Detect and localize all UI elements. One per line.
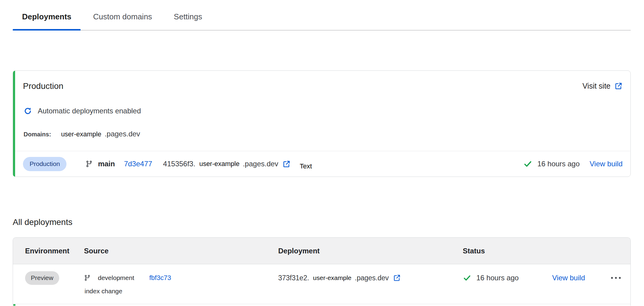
tab-bar: Deployments Custom domains Settings <box>13 11 631 31</box>
commit-message: index change <box>85 288 278 295</box>
column-source: Source <box>84 247 278 255</box>
environment-badge: Production <box>23 157 66 171</box>
row-menu-button[interactable] <box>610 271 630 285</box>
git-branch-icon <box>85 160 93 168</box>
next-row-peek <box>13 304 630 306</box>
ellipsis-icon <box>610 276 621 279</box>
visit-site-link[interactable]: Visit site <box>582 82 623 90</box>
refresh-icon <box>24 107 32 115</box>
check-icon <box>463 274 471 282</box>
commit-link[interactable]: 7d3e477 <box>124 160 152 168</box>
check-icon <box>523 159 532 168</box>
external-link-icon <box>282 160 291 168</box>
tab-settings[interactable]: Settings <box>164 11 211 30</box>
deployment-suffix: .pages.dev <box>243 160 278 168</box>
deploy-time: 16 hours ago <box>476 274 519 282</box>
column-environment: Environment <box>25 247 84 255</box>
domain-suffix: .pages.dev <box>105 130 140 138</box>
deployment-url[interactable]: 415356f3. user-example .pages.dev <box>163 160 291 168</box>
column-status: Status <box>463 247 552 255</box>
commit-link[interactable]: fbf3c73 <box>149 274 171 282</box>
deployment-suffix: .pages.dev <box>355 274 389 282</box>
table-header: Environment Source Deployment Status <box>13 238 630 264</box>
production-card: Production Visit site Automa <box>13 70 631 177</box>
production-deployment-row: Production main 7d3e477 415356f3. user-e… <box>15 151 630 177</box>
view-build-link[interactable]: View build <box>590 160 623 168</box>
production-indicator-bar <box>13 304 15 306</box>
visit-site-label: Visit site <box>582 82 610 90</box>
external-link-icon <box>614 82 623 90</box>
external-link-icon <box>393 274 401 282</box>
view-build-link[interactable]: View build <box>552 274 585 282</box>
branch-name: main <box>98 160 115 168</box>
deployments-page: Deployments Custom domains Settings Prod… <box>0 11 644 306</box>
tab-custom-domains[interactable]: Custom domains <box>84 11 161 30</box>
all-deployments-title: All deployments <box>13 217 631 227</box>
domain-name: user-example <box>61 130 101 138</box>
deploy-time: 16 hours ago <box>537 160 580 168</box>
table-row: Preview development fbf3c73 index change… <box>13 264 630 304</box>
note-text: Text <box>300 162 312 170</box>
deployment-domain: user-example <box>199 160 240 168</box>
domains-label: Domains: <box>24 131 51 138</box>
deployment-id: 415356f3. <box>163 160 195 168</box>
tab-deployments[interactable]: Deployments <box>13 11 81 30</box>
production-indicator-bar <box>13 71 15 177</box>
deployment-domain: user-example <box>313 274 351 282</box>
auto-deploy-text: Automatic deployments enabled <box>38 107 141 115</box>
deployment-id: 373f31e2. <box>278 274 309 282</box>
deployments-table: Environment Source Deployment Status Pre… <box>13 237 631 306</box>
deployment-url[interactable]: 373f31e2. user-example .pages.dev <box>278 274 401 282</box>
environment-badge: Preview <box>25 271 59 285</box>
branch-name: development <box>98 274 134 282</box>
column-deployment: Deployment <box>278 247 463 255</box>
git-branch-icon <box>84 275 91 281</box>
production-card-title: Production <box>23 81 63 91</box>
